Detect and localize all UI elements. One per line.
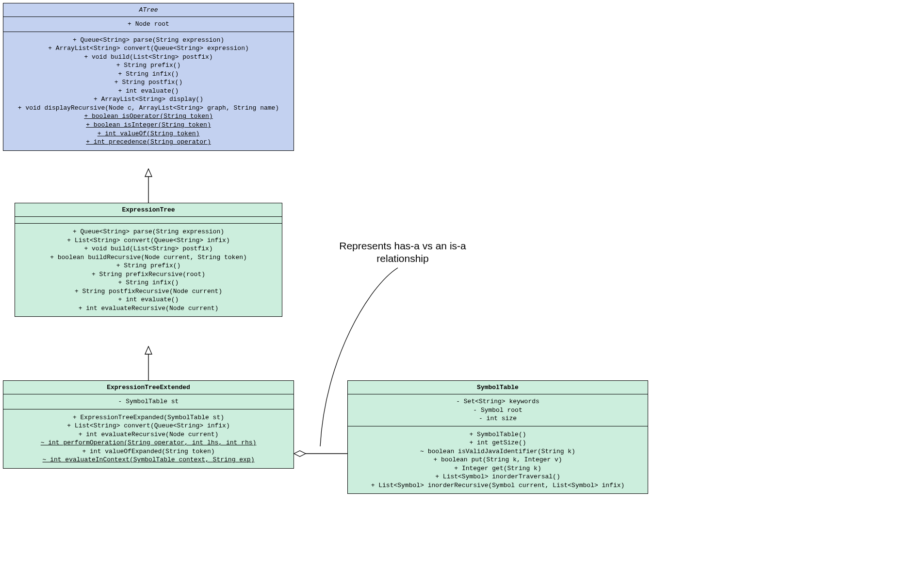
symtab-op-get: + Integer get(String k) <box>352 464 644 473</box>
etree-ext-op-evaluate-in-context: ~ int evaluateInContext(SymbolTable cont… <box>7 456 290 464</box>
symtab-attr-root: - Symbol root <box>352 406 644 415</box>
class-expression-tree-attrs <box>15 217 282 224</box>
annotation-has-a: Represents has-a vs an is-a relationship <box>325 240 480 265</box>
class-expression-tree: ExpressionTree + Queue<String> parse(Str… <box>15 203 282 317</box>
atree-op-infix: + String infix() <box>7 70 290 79</box>
annotation-line2: relationship <box>325 252 480 265</box>
class-symbol-table-attrs: - Set<String> keywords - Symbol root - i… <box>348 394 648 426</box>
symtab-op-inorder-traversal: + List<Symbol> inorderTraversal() <box>352 473 644 481</box>
atree-op-evaluate: + int evaluate() <box>7 87 290 96</box>
etree-title-text: ExpressionTree <box>122 206 175 213</box>
etree-ext-op-value-of-expanded: + int valueOfExpanded(String token) <box>7 447 290 456</box>
etree-op-prefix-recursive: + String prefixRecursive(root) <box>19 270 278 279</box>
atree-op-display: + ArrayList<String> display() <box>7 95 290 104</box>
aggregation-diamond-icon <box>294 451 306 457</box>
annotation-line1: Represents has-a vs an is-a <box>325 240 480 252</box>
atree-op-value-of: + int valueOf(String token) <box>7 130 290 138</box>
aggregation-line <box>294 451 347 457</box>
etree-ext-op-perform-operation: ~ int performOperation(String operator, … <box>7 439 290 447</box>
etree-op-build: + void build(List<String> postfix) <box>19 245 278 253</box>
symtab-op-constructor: + SymbolTable() <box>352 430 644 439</box>
symtab-op-inorder-recursive: + List<Symbol> inorderRecursive(Symbol c… <box>352 481 644 490</box>
class-expression-tree-title: ExpressionTree <box>15 203 282 217</box>
class-symbol-table-ops: + SymbolTable() + int getSize() ~ boolea… <box>348 426 648 494</box>
atree-op-build: + void build(List<String> postfix) <box>7 53 290 62</box>
symtab-op-get-size: + int getSize() <box>352 439 644 447</box>
class-expression-tree-extended-ops: + ExpressionTreeExpanded(SymbolTable st)… <box>3 409 294 468</box>
class-symbol-table-title: SymbolTable <box>348 381 648 394</box>
atree-op-prefix: + String prefix() <box>7 61 290 70</box>
atree-op-display-recursive: + void displayRecursive(Node c, ArrayLis… <box>7 104 290 113</box>
atree-op-is-operator: + boolean isOperator(String token) <box>7 112 290 121</box>
etree-op-build-recursive: + boolean buildRecursive(Node current, S… <box>19 253 278 262</box>
etree-op-prefix: + String prefix() <box>19 261 278 270</box>
atree-title-text: ATree <box>139 6 158 14</box>
etree-op-postfix-recursive: + String postfixRecursive(Node current) <box>19 287 278 296</box>
diagram-canvas: ATree + Node root + Queue<String> parse(… <box>0 0 914 588</box>
etree-ext-attr-st: - SymbolTable st <box>7 397 290 406</box>
class-expression-tree-extended: ExpressionTreeExtended - SymbolTable st … <box>3 380 294 469</box>
etree-ext-title-text: ExpressionTreeExtended <box>107 384 190 391</box>
etree-op-convert: + List<String> convert(Queue<String> inf… <box>19 236 278 245</box>
atree-op-parse: + Queue<String> parse(String expression) <box>7 36 290 45</box>
atree-op-is-integer: + boolean isInteger(String token) <box>7 121 290 130</box>
etree-op-infix: + String infix() <box>19 278 278 287</box>
class-expression-tree-ops: + Queue<String> parse(String expression)… <box>15 224 282 316</box>
atree-attr-root: + Node root <box>7 20 290 29</box>
atree-op-postfix: + String postfix() <box>7 78 290 87</box>
symtab-op-put: + boolean put(String k, Integer v) <box>352 456 644 464</box>
symtab-title-text: SymbolTable <box>477 384 519 391</box>
symtab-attr-keywords: - Set<String> keywords <box>352 397 644 406</box>
etree-op-evaluate: + int evaluate() <box>19 295 278 304</box>
symtab-attr-size: - int size <box>352 414 644 423</box>
class-atree: ATree + Node root + Queue<String> parse(… <box>3 3 294 151</box>
class-symbol-table: SymbolTable - Set<String> keywords - Sym… <box>347 380 648 494</box>
etree-ext-op-constructor: + ExpressionTreeExpanded(SymbolTable st) <box>7 413 290 422</box>
class-atree-ops: + Queue<String> parse(String expression)… <box>3 32 294 150</box>
symtab-op-is-valid-java-identifier: ~ boolean isValidJavaIdentifier(String k… <box>352 447 644 456</box>
atree-op-precedence: + int precedence(String operator) <box>7 138 290 147</box>
class-atree-title: ATree <box>3 3 294 17</box>
etree-ext-op-evaluate-recursive: + int evaluateRecursive(Node current) <box>7 430 290 439</box>
class-expression-tree-extended-title: ExpressionTreeExtended <box>3 381 294 394</box>
etree-ext-op-convert: + List<String> convert(Queue<String> inf… <box>7 422 290 430</box>
class-expression-tree-extended-attrs: - SymbolTable st <box>3 394 294 409</box>
class-atree-attrs: + Node root <box>3 17 294 32</box>
etree-op-evaluate-recursive: + int evaluateRecursive(Node current) <box>19 304 278 313</box>
atree-op-convert: + ArrayList<String> convert(Queue<String… <box>7 44 290 53</box>
etree-op-parse: + Queue<String> parse(String expression) <box>19 228 278 236</box>
